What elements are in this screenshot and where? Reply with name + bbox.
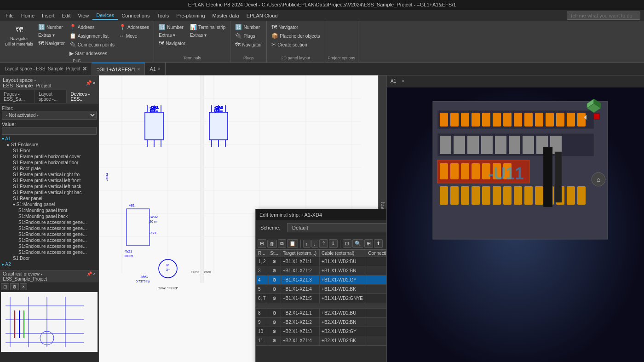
filter-select[interactable]: - Not activated - — [2, 111, 97, 120]
ribbon-btn-number-terminal[interactable]: 🔢 Number — [157, 23, 187, 31]
menu-preplanning[interactable]: Pre-planning — [172, 12, 208, 19]
search-input[interactable] — [567, 11, 640, 20]
tree-item[interactable]: S1:Enclosure accessories gene... — [0, 231, 98, 237]
tree-item[interactable]: ▸ A2 — [0, 261, 98, 267]
lptab-layout[interactable]: Layout space -... — [35, 90, 67, 103]
tree-item[interactable]: S1:Frame profile vertical left front — [0, 178, 98, 184]
tab-a1[interactable]: A1 × — [145, 63, 165, 75]
right-tab-a1[interactable]: A1 — [387, 78, 400, 85]
ribbon-btn-address[interactable]: 📍 Address — [68, 23, 116, 31]
table-row[interactable]: 4 ⚙ +B1.X1-XZ1:3 +B1.X1-WD2:GY 🔌 PXC.321… — [256, 276, 387, 285]
dtb-movetop-btn[interactable]: ⇑ — [319, 239, 328, 248]
ribbon-btn-navigator-terminal[interactable]: 🗺 Navigator — [157, 39, 187, 47]
ribbon-btn-placeholder-objects[interactable]: 📦 Placeholder objects — [270, 32, 322, 40]
menu-eplancloud[interactable]: EPLAN Cloud — [243, 12, 282, 19]
tree-item[interactable]: S1:Frame profile vertical left back — [0, 184, 98, 190]
tree-item[interactable]: S1:Mounting panel back — [0, 213, 98, 219]
preview-pin-icon[interactable]: 📌 — [86, 271, 92, 282]
pin-icon[interactable]: 📌 — [86, 80, 92, 86]
ribbon-btn-navigator-2dpanel[interactable]: 🗺 Navigator — [270, 23, 322, 31]
menu-devices[interactable]: Devices — [92, 11, 118, 20]
table-row[interactable] — [256, 303, 387, 309]
close-layout-space[interactable]: 🗙 — [82, 66, 87, 71]
tree-item[interactable]: S1:Rear panel — [0, 195, 98, 201]
tree-item[interactable]: ▾ A1 — [0, 136, 98, 142]
tab-gl1-a1-efs1[interactable]: =GL1+A1&EFS/1 × — [92, 63, 145, 75]
tree-item[interactable]: S1:Frame profile horizontal floor — [0, 160, 98, 166]
tree-item[interactable]: S1:Mounting panel front — [0, 207, 98, 213]
table-row[interactable]: 9 ⚙ +B2.X1-XZ1:2 +B2.X1-WD2:BN 🔌 PXC.321… — [256, 318, 387, 327]
ribbon-btn-start-addresses[interactable]: ▶ Start addresses — [68, 49, 116, 57]
dtb-copy-btn[interactable]: ⧉ — [278, 239, 286, 248]
menu-edit[interactable]: Edit — [58, 12, 75, 19]
menu-view[interactable]: View — [75, 12, 93, 19]
ribbon-btn-navigator-main[interactable]: 🗺 Navigator Bill of materials — [3, 23, 35, 48]
ribbon-btn-terminal-strip[interactable]: 📊 Terminal strip — [188, 23, 227, 31]
menu-file[interactable]: File — [2, 12, 17, 19]
terminal-strip-table-wrap[interactable]: R... St... Target (extern...) Cable (ext… — [256, 249, 386, 345]
tree-item[interactable]: S1:Frame profile vertical right fro — [0, 172, 98, 178]
tree-item[interactable]: S1:Roof plate — [0, 166, 98, 172]
ribbon-btn-plugs[interactable]: 🔌 Plugs — [233, 32, 264, 40]
ribbon-btn-create-section[interactable]: ✂ Create section — [270, 40, 322, 49]
preview-fit-btn[interactable]: ⊡ — [1, 283, 9, 290]
dtb-cols-btn[interactable]: ⊞ — [364, 239, 373, 248]
menu-tools[interactable]: Tools — [154, 12, 173, 19]
preview-close-btn[interactable]: × — [20, 283, 27, 290]
ribbon-btn-assignment-list[interactable]: 📋 Assignment list — [68, 32, 116, 40]
lptab-devices[interactable]: Devices - ESS... — [67, 90, 98, 103]
ribbon-btn-connection-points[interactable]: 🔌 Connection points — [68, 40, 116, 49]
tab-layout-space[interactable]: Layout space - ESS_Sample_Project 🗙 — [0, 63, 92, 75]
ribbon-btn-addresses[interactable]: 📍 Addresses — [117, 23, 151, 31]
ribbon-btn-number-plugs[interactable]: 🔢 Number — [233, 23, 264, 31]
dtb-export-btn[interactable]: ⬆ — [374, 239, 383, 248]
scheme-select[interactable]: Default — [287, 223, 386, 232]
menu-masterdata[interactable]: Master data — [209, 12, 243, 19]
menu-home[interactable]: Home — [17, 12, 38, 19]
tree-item[interactable]: S1:Door — [0, 255, 98, 261]
table-row[interactable]: 1, 2 ⚙ +B1.X1-XZ1:1 +B1.X1-WD2:BU 🔌 PXC.… — [256, 257, 387, 266]
ribbon-btn-number-plc[interactable]: 🔢 Number — [36, 23, 67, 31]
value-input[interactable] — [2, 127, 97, 135]
dtb-delete-btn[interactable]: 🗑 — [267, 240, 277, 248]
table-row[interactable]: 3 ⚙ +B1.X1-XZ1:2 +B1.X1-WD2:BN 🔌 PXC.321… — [256, 266, 387, 276]
tree-item[interactable]: S1:Enclosure accessories gene... — [0, 225, 98, 231]
dtb-movebottom-btn[interactable]: ⇓ — [329, 239, 338, 248]
close-right-tab-a1[interactable]: × — [400, 78, 406, 85]
tree-item[interactable]: S1:Enclosure accessories gene... — [0, 219, 98, 225]
dtb-search-btn[interactable]: 🔍 — [352, 239, 363, 248]
menu-insert[interactable]: Insert — [38, 12, 58, 19]
table-row[interactable]: 5 ⚙ +B1.X1-XZ1:4 +B1.X1-WD2:BK 🔌 PXC.321… — [256, 285, 387, 294]
dtb-new-btn[interactable]: ⊞ — [258, 239, 266, 248]
dtb-filter-btn[interactable]: ⊡ — [343, 239, 351, 248]
ribbon-btn-move[interactable]: ↔ Move — [117, 32, 151, 40]
table-row[interactable]: 11 ⚙ +B2.X1-XZ1:4 +B2.X1-WD2:BK 🔌 PXC.32… — [256, 336, 387, 345]
ribbon-btn-extras2-terminal[interactable]: Extras ▾ — [188, 32, 227, 39]
table-row[interactable]: 8 ⚙ +B2.X1-XZ1:1 +B2.X1-WD2:BU 🔌 PXC.321… — [256, 309, 387, 318]
close-tab-main[interactable]: × — [138, 67, 140, 72]
close-panel-icon[interactable]: × — [93, 80, 96, 86]
tree-item[interactable]: ▸ S1:Enclosure — [0, 142, 98, 148]
nav-cube[interactable] — [580, 94, 605, 120]
preview-settings-btn[interactable]: ⚙ — [10, 283, 19, 290]
lptab-pages[interactable]: Pages - ESS_Sa... — [0, 90, 35, 103]
dtb-paste-btn[interactable]: 📋 — [287, 239, 298, 248]
menu-connections[interactable]: Connections — [118, 12, 153, 19]
dtb-movedown-btn[interactable]: ↓ — [311, 240, 319, 248]
ribbon-btn-extras-terminal[interactable]: Extras ▾ — [157, 32, 187, 39]
ribbon-btn-navigator-plugs[interactable]: 🗺 Navigator — [233, 40, 264, 49]
dtb-moveup-btn[interactable]: ↑ — [303, 240, 310, 248]
close-tab-a1[interactable]: × — [158, 66, 161, 71]
ribbon-btn-extras-plc[interactable]: Extras ▾ — [36, 32, 67, 39]
preview-close-icon[interactable]: × — [93, 271, 96, 282]
tree-item[interactable]: ▾ S1:Mounting panel — [0, 201, 98, 207]
tree-item[interactable]: S1:Enclosure accessories gene... — [0, 249, 98, 255]
tree-item[interactable]: S1:Enclosure accessories gene... — [0, 237, 98, 243]
tree-item[interactable]: S1:Frame profile vertical right bac — [0, 190, 98, 195]
tree-item[interactable]: S1:Enclosure accessories gene... — [0, 243, 98, 249]
table-row[interactable]: 6, 7 ⚙ +B1.X1-XZ1:5 +B1.X1-WD2:GNYE 🔌 PX… — [256, 294, 387, 303]
home-btn[interactable]: ⌂ — [592, 172, 605, 186]
tree-item[interactable]: S1:Floor — [0, 148, 98, 154]
tree-item[interactable]: S1:Frame profile horizontal cover — [0, 154, 98, 160]
ribbon-btn-navigator-plc[interactable]: 🗺 Navigator — [36, 39, 67, 47]
